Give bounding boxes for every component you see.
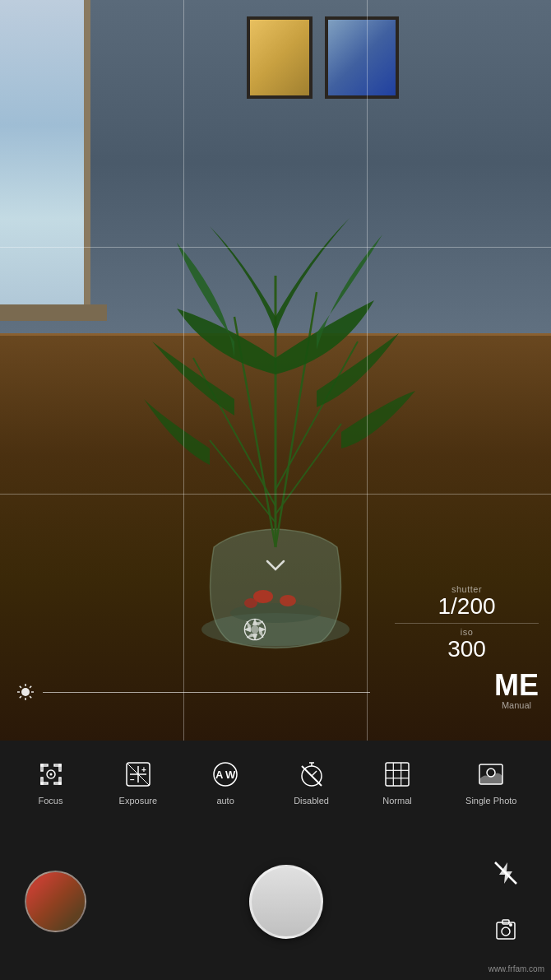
mode-badge[interactable]: ME Manual	[494, 671, 539, 710]
timer-disabled-button[interactable]: Disabled	[294, 758, 329, 806]
grid-mode-button[interactable]: Normal	[381, 758, 414, 806]
svg-text:+: +	[141, 765, 146, 774]
exposure-slider[interactable]	[0, 683, 387, 701]
grid-icon	[381, 758, 414, 791]
svg-line-20	[30, 696, 31, 698]
thumbnail-image	[26, 872, 85, 931]
shutter-button[interactable]	[249, 865, 323, 939]
plant-illustration	[127, 193, 424, 671]
focus-button[interactable]: Focus	[35, 758, 67, 806]
art-frame-2	[325, 16, 399, 99]
watermark: www.frfam.com	[488, 964, 544, 973]
svg-text:A: A	[215, 769, 224, 781]
flash-off-button[interactable]	[485, 852, 526, 894]
focus-point-icon	[234, 609, 276, 650]
action-bar	[0, 823, 551, 980]
sun-icon	[16, 683, 35, 701]
mode-button[interactable]	[485, 910, 526, 951]
single-photo-icon	[475, 758, 507, 791]
settings-panel: shutter 1/200 iso 300	[395, 584, 539, 662]
scene-window-sill	[0, 304, 107, 321]
svg-text:W: W	[225, 769, 236, 781]
exposure-label: Exposure	[119, 796, 157, 806]
svg-point-14	[21, 688, 30, 696]
svg-point-57	[509, 923, 512, 927]
svg-line-4	[276, 292, 317, 547]
svg-point-13	[252, 626, 259, 634]
svg-text:−: −	[130, 775, 135, 784]
chevron-down-icon[interactable]	[266, 560, 285, 571]
svg-point-56	[502, 927, 510, 936]
controls-bar: Focus + − Exposure A W auto	[0, 741, 551, 823]
focus-label: Focus	[39, 796, 63, 806]
exposure-line	[43, 692, 370, 693]
svg-rect-24	[41, 764, 43, 771]
focus-icon	[35, 758, 67, 791]
mode-badge-text: ME	[494, 671, 539, 700]
setting-divider	[395, 623, 539, 624]
iso-value: 300	[395, 637, 539, 662]
auto-label: auto	[216, 796, 234, 806]
svg-line-19	[20, 686, 21, 688]
svg-point-11	[244, 598, 257, 608]
exposure-button[interactable]: + − Exposure	[119, 758, 157, 806]
iso-setting: iso 300	[395, 627, 539, 662]
svg-point-32	[49, 773, 52, 776]
exposure-icon: + −	[122, 758, 155, 791]
iso-label: iso	[395, 627, 539, 637]
thumbnail[interactable]	[25, 871, 86, 932]
svg-point-10	[280, 595, 296, 606]
svg-line-21	[30, 686, 31, 688]
shutter-value: 1/200	[395, 594, 539, 620]
svg-rect-30	[59, 778, 61, 784]
disabled-label: Disabled	[294, 796, 329, 806]
single-photo-button[interactable]: Single Photo	[465, 758, 516, 806]
normal-label: Normal	[382, 796, 411, 806]
svg-rect-28	[41, 778, 43, 784]
svg-line-22	[20, 696, 21, 698]
svg-line-7	[210, 440, 276, 523]
svg-line-44	[312, 771, 317, 776]
timer-disabled-icon	[295, 758, 328, 791]
shutter-setting: shutter 1/200	[395, 584, 539, 620]
svg-rect-26	[59, 764, 61, 771]
scene-window-frame	[0, 0, 90, 313]
art-frame-1	[247, 16, 313, 99]
svg-line-8	[276, 424, 341, 514]
wall-art	[247, 16, 399, 99]
auto-wb-icon: A W	[209, 758, 242, 791]
viewfinder[interactable]: shutter 1/200 iso 300 ME Manual	[0, 0, 551, 741]
svg-rect-46	[386, 763, 409, 786]
single-photo-label: Single Photo	[465, 796, 516, 806]
auto-wb-button[interactable]: A W auto	[209, 758, 242, 806]
